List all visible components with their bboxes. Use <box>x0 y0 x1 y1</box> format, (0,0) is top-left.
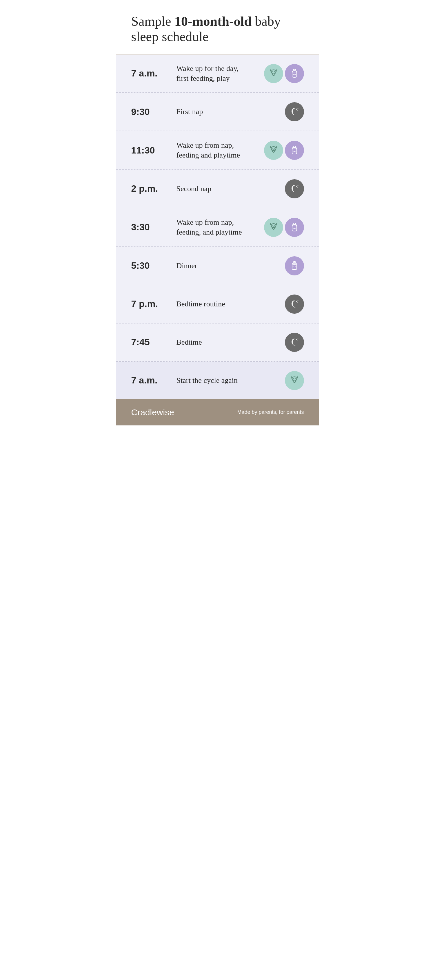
activity-column: Start the cycle again <box>172 375 266 385</box>
time-column: 2 p.m. <box>131 183 172 194</box>
sleep-icon <box>288 106 300 118</box>
activity-label: Wake up from nap,feeding, and playtime <box>177 218 242 236</box>
time-label: 3:30 <box>131 222 150 232</box>
time-column: 11:30 <box>131 145 172 156</box>
icons-column <box>266 218 304 237</box>
svg-point-5 <box>297 108 298 109</box>
time-label: 7 p.m. <box>131 299 158 309</box>
activity-label: Second nap <box>177 185 212 193</box>
activity-label: Wake up for the day,first feeding, play <box>177 64 239 83</box>
bottle-icon <box>288 260 300 272</box>
svg-point-21 <box>297 302 298 303</box>
time-column: 9:30 <box>131 107 172 117</box>
svg-point-20 <box>297 300 298 301</box>
svg-point-8 <box>272 148 273 149</box>
icons-column <box>266 333 304 352</box>
footer-tagline: Made by parents, for parents <box>237 409 304 415</box>
page-title: Sample 10-month-old baby sleep schedule <box>131 14 304 45</box>
time-label: 2 p.m. <box>131 183 158 194</box>
schedule-row: 5:30 Dinner <box>116 247 319 285</box>
sleep-icon <box>288 298 300 310</box>
svg-point-0 <box>271 70 276 74</box>
svg-point-23 <box>297 338 298 339</box>
bottle-icon <box>288 221 300 233</box>
sleep-icon <box>288 337 300 348</box>
time-label: 9:30 <box>131 107 150 117</box>
svg-point-24 <box>297 340 298 341</box>
bottle-icon-circle <box>285 64 304 83</box>
svg-point-15 <box>272 225 273 226</box>
sleep-icon-circle <box>285 179 304 198</box>
activity-label: Start the cycle again <box>177 376 238 385</box>
activity-label: Wake up from nap,feeding and playtime <box>177 141 240 159</box>
sleep-icon-circle <box>285 102 304 121</box>
activity-column: Second nap <box>172 184 266 194</box>
activity-column: Wake up from nap,feeding, and playtime <box>172 218 266 237</box>
svg-point-6 <box>297 110 298 111</box>
time-label: 5:30 <box>131 260 150 271</box>
icons-column <box>266 102 304 121</box>
bottle-icon-circle <box>285 141 304 160</box>
svg-point-26 <box>293 378 294 379</box>
svg-point-1 <box>272 71 273 72</box>
time-label: 7:45 <box>131 337 150 347</box>
time-column: 7 a.m. <box>131 68 172 79</box>
page: Sample 10-month-old baby sleep schedule … <box>116 0 319 425</box>
activity-column: Bedtime <box>172 337 266 347</box>
baby-icon-circle <box>285 371 304 390</box>
activity-column: Wake up for the day,first feeding, play <box>172 64 266 83</box>
footer: Cradlewise Made by parents, for parents <box>116 399 319 425</box>
svg-point-22 <box>296 339 297 340</box>
bottle-icon <box>288 68 300 80</box>
activity-column: Bedtime routine <box>172 299 266 309</box>
time-column: 7 p.m. <box>131 299 172 309</box>
bottle-icon-circle <box>285 256 304 275</box>
activity-label: Bedtime <box>177 338 202 346</box>
svg-point-19 <box>296 301 297 302</box>
schedule-row: 9:30 First nap <box>116 93 319 131</box>
activity-label: Bedtime routine <box>177 300 225 308</box>
schedule-row: 2 p.m. Second nap <box>116 170 319 208</box>
brand-name: Cradlewise <box>131 407 174 417</box>
icons-column <box>266 141 304 160</box>
baby-icon <box>268 68 279 80</box>
sleep-icon <box>288 183 300 195</box>
icons-column <box>266 294 304 313</box>
activity-column: First nap <box>172 107 266 117</box>
svg-point-2 <box>274 71 275 72</box>
baby-icon <box>288 375 300 386</box>
svg-point-9 <box>274 148 275 149</box>
schedule-row: 7 a.m. Start the cycle again <box>116 362 319 399</box>
schedule-table: 7 a.m. Wake up for the day,first feeding… <box>116 54 319 399</box>
baby-icon <box>268 221 279 233</box>
header: Sample 10-month-old baby sleep schedule <box>116 0 319 54</box>
activity-column: Wake up from nap,feeding and playtime <box>172 140 266 160</box>
bottle-icon <box>288 145 300 156</box>
svg-point-11 <box>296 186 297 187</box>
schedule-row: 7 p.m. Bedtime routine <box>116 285 319 323</box>
svg-point-7 <box>271 146 276 151</box>
icons-column <box>266 256 304 275</box>
svg-point-14 <box>271 224 276 228</box>
schedule-row: 11:30 Wake up from nap,feeding and playt… <box>116 131 319 170</box>
schedule-row: 3:30 Wake up from nap,feeding, and playt… <box>116 208 319 247</box>
svg-point-27 <box>295 378 296 379</box>
svg-point-25 <box>292 377 297 381</box>
time-label: 7 a.m. <box>131 375 158 385</box>
svg-point-13 <box>297 187 298 188</box>
baby-icon <box>268 145 279 156</box>
time-column: 3:30 <box>131 222 172 232</box>
baby-icon-circle <box>264 64 283 83</box>
time-column: 7:45 <box>131 337 172 347</box>
activity-label: First nap <box>177 107 203 116</box>
icons-column <box>266 179 304 198</box>
icons-column <box>266 371 304 390</box>
schedule-row: 7 a.m. Wake up for the day,first feeding… <box>116 54 319 93</box>
icons-column <box>266 64 304 83</box>
time-label: 11:30 <box>131 145 155 156</box>
time-column: 5:30 <box>131 260 172 271</box>
svg-point-12 <box>297 185 298 186</box>
activity-label: Dinner <box>177 261 198 270</box>
baby-icon-circle <box>264 218 283 237</box>
time-label: 7 a.m. <box>131 68 158 78</box>
